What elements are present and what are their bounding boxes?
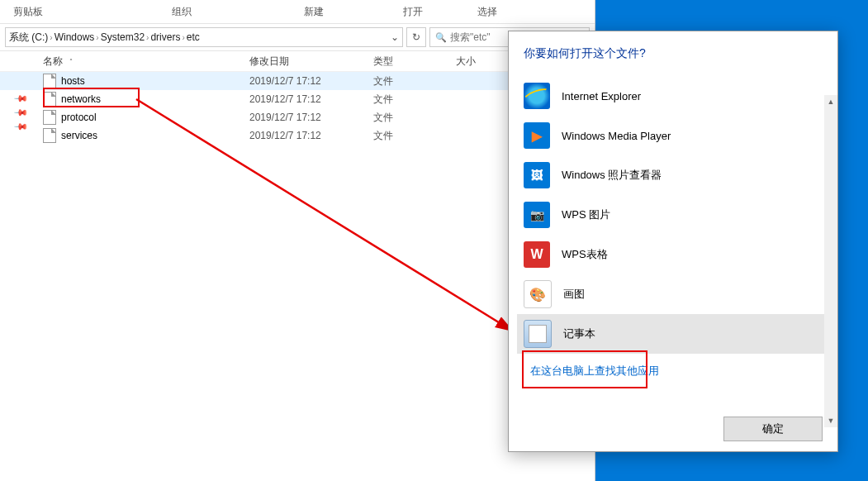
scroll-up-icon[interactable]: ▲ (824, 95, 837, 108)
file-date: 2019/12/7 17:12 (249, 75, 373, 87)
app-label: WPS 图片 (562, 207, 610, 222)
sort-asc-icon: ˄ (69, 58, 73, 65)
file-icon (43, 74, 56, 88)
file-name: networks (61, 93, 101, 105)
file-explorer-window: 剪贴板 组织 新建 打开 选择 系统 (C:)› Windows› System… (0, 0, 595, 481)
search-icon: 🔍 (435, 32, 447, 43)
chevron-right-icon: › (50, 33, 52, 42)
photo-icon (524, 162, 550, 188)
breadcrumb-item[interactable]: Windows (55, 31, 95, 43)
ie-icon (524, 83, 550, 109)
file-type: 文件 (373, 111, 456, 125)
breadcrumb-item[interactable]: System32 (101, 31, 145, 43)
dialog-scrollbar[interactable]: ▲ ▼ (824, 95, 837, 401)
ribbon-group-clipboard: 剪贴板 (7, 5, 50, 19)
column-type[interactable]: 类型 (373, 55, 456, 69)
file-row[interactable]: services2019/12/7 17:12文件 (0, 126, 595, 145)
breadcrumb-item[interactable]: etc (187, 31, 200, 43)
open-with-dialog: 你要如何打开这个文件? Internet ExplorerWindows Med… (508, 31, 838, 452)
breadcrumb-drive[interactable]: 系统 (C:) (9, 31, 48, 45)
scroll-track[interactable] (824, 108, 837, 414)
search-placeholder: 搜索"etc" (450, 31, 491, 45)
chevron-right-icon: › (182, 33, 184, 42)
address-bar-row: 系统 (C:)› Windows› System32› drivers› etc… (0, 24, 595, 51)
breadcrumb-item[interactable]: drivers (150, 31, 180, 43)
notepad-icon (524, 320, 552, 348)
app-label: WPS表格 (562, 247, 608, 262)
file-name: hosts (61, 75, 85, 87)
app-option-paint[interactable]: 画图 (517, 274, 837, 314)
app-label: 画图 (563, 287, 585, 302)
wpsimg-icon (524, 202, 550, 228)
app-list: Internet ExplorerWindows Media PlayerWin… (524, 76, 837, 354)
chevron-right-icon: › (96, 33, 98, 42)
file-date: 2019/12/7 17:12 (249, 112, 373, 123)
column-headers: 名称˄ 修改日期 类型 大小 (0, 51, 595, 72)
app-option-ie[interactable]: Internet Explorer (517, 76, 837, 116)
app-option-wmp[interactable]: Windows Media Player (517, 116, 837, 155)
ribbon-group-labels: 剪贴板 组织 新建 打开 选择 (0, 0, 595, 24)
paint-icon (524, 280, 552, 308)
file-type: 文件 (373, 93, 456, 107)
ribbon-group-new: 新建 (297, 5, 330, 19)
app-option-notepad[interactable]: 记事本 (517, 314, 837, 354)
dialog-title: 你要如何打开这个文件? (524, 46, 837, 61)
ribbon-group-organize: 组织 (165, 5, 198, 19)
app-option-photo[interactable]: Windows 照片查看器 (517, 155, 837, 195)
app-label: Internet Explorer (562, 90, 641, 102)
column-name[interactable]: 名称˄ (43, 55, 249, 69)
file-icon (43, 110, 56, 125)
chevron-down-icon[interactable]: ⌄ (391, 31, 399, 43)
wmp-icon (524, 122, 550, 149)
file-icon (43, 92, 56, 107)
chevron-right-icon: › (146, 33, 149, 42)
ribbon-group-select: 选择 (471, 5, 504, 19)
file-name: protocol (61, 112, 97, 123)
app-label: Windows Media Player (562, 130, 671, 142)
app-label: 记事本 (563, 326, 595, 341)
file-name: services (61, 130, 97, 141)
file-row[interactable]: networks2019/12/7 17:12文件 (0, 90, 595, 108)
scroll-down-icon[interactable]: ▼ (824, 414, 837, 427)
file-date: 2019/12/7 17:12 (249, 93, 373, 105)
app-option-wpsimg[interactable]: WPS 图片 (517, 195, 837, 235)
file-row[interactable]: protocol2019/12/7 17:12文件 (0, 108, 595, 126)
column-date[interactable]: 修改日期 (249, 55, 373, 69)
column-size[interactable]: 大小 (456, 55, 505, 69)
file-row[interactable]: hosts2019/12/7 17:12文件 (0, 72, 595, 90)
wpssheet-icon (524, 241, 550, 268)
app-option-wpssheet[interactable]: WPS表格 (517, 235, 837, 274)
refresh-button[interactable]: ↻ (406, 27, 426, 47)
breadcrumb[interactable]: 系统 (C:)› Windows› System32› drivers› etc… (5, 27, 403, 47)
find-other-apps-link[interactable]: 在这台电脑上查找其他应用 (530, 364, 837, 379)
ribbon-group-open: 打开 (396, 5, 429, 19)
app-label: Windows 照片查看器 (562, 168, 662, 183)
file-icon (43, 128, 56, 143)
dialog-buttons: 确定 (723, 417, 823, 441)
file-type: 文件 (373, 129, 456, 143)
file-date: 2019/12/7 17:12 (249, 130, 373, 141)
file-type: 文件 (373, 74, 456, 88)
file-list[interactable]: hosts2019/12/7 17:12文件networks2019/12/7 … (0, 72, 595, 145)
ok-button[interactable]: 确定 (723, 417, 823, 441)
